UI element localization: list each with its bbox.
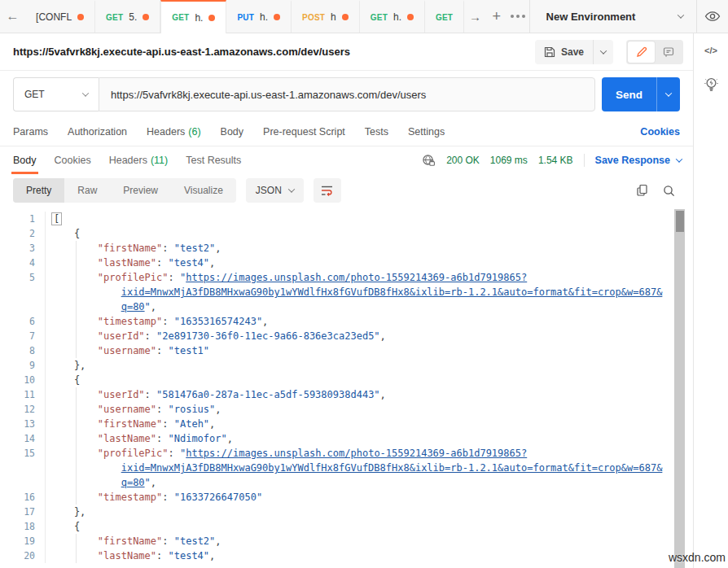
indent-guide xyxy=(76,490,77,505)
tab-params[interactable]: Params xyxy=(13,126,48,138)
save-response-button[interactable]: Save Response xyxy=(595,155,682,166)
view-tab-raw[interactable]: Raw xyxy=(64,178,110,203)
scrollbar-thumb[interactable] xyxy=(676,211,684,232)
response-body-viewer[interactable]: 1[2{3"firstName": "test2",4"lastName": "… xyxy=(0,207,693,568)
back-arrow-icon[interactable]: ← xyxy=(0,0,25,33)
unsaved-dot-icon xyxy=(208,15,215,21)
copy-icon[interactable] xyxy=(636,184,648,197)
code-line: 17}, xyxy=(0,505,693,519)
request-tab[interactable]: PUTh. xyxy=(226,0,292,33)
wrap-lines-button[interactable] xyxy=(314,178,341,203)
add-tab-icon[interactable]: + xyxy=(486,0,507,33)
edit-mode-button[interactable] xyxy=(628,42,655,63)
search-icon[interactable] xyxy=(663,185,675,197)
response-url-link[interactable]: q=80 xyxy=(121,301,145,312)
comment-button[interactable] xyxy=(655,42,682,63)
tab-title: h. xyxy=(393,11,401,23)
send-button[interactable]: Send xyxy=(602,77,656,111)
tab-pre-request-script[interactable]: Pre-request Script xyxy=(263,126,345,138)
pencil-icon xyxy=(636,46,647,58)
view-mode-segmented-control: PrettyRawPreviewVisualize xyxy=(13,178,236,203)
tab-title: h. xyxy=(260,11,268,23)
response-url-link[interactable]: ixid=MnwxMjA3fDB8MHxwaG90by1wYWdlfHx8fGV… xyxy=(121,462,663,474)
view-tab-pretty[interactable]: Pretty xyxy=(13,178,64,203)
request-panel: https://5vafvrk8kj.execute-api.us-east-1… xyxy=(0,33,693,568)
tab-count-badge: (6) xyxy=(188,126,200,138)
code-token-punc: : xyxy=(162,535,173,547)
indent-guide xyxy=(76,417,77,431)
tab-tests[interactable]: Tests xyxy=(365,126,388,138)
unsaved-dot-icon xyxy=(77,14,84,20)
response-url-link[interactable]: q=80 xyxy=(121,477,145,488)
cookies-link[interactable]: Cookies xyxy=(640,126,680,138)
code-token-punc: : xyxy=(156,345,168,356)
tab-authorization[interactable]: Authorization xyxy=(68,126,127,138)
code-token-str: "1635316574243" xyxy=(174,316,262,327)
line-number xyxy=(0,285,46,299)
send-options-button[interactable] xyxy=(656,77,680,111)
code-content: ixid=MnwxMjA3fDB8MHxwaG90by1wYWdlfHx8fGV… xyxy=(46,461,693,475)
response-tab-headers[interactable]: Headers(11) xyxy=(109,146,169,174)
response-tab-body[interactable]: Body xyxy=(13,146,37,174)
code-content: "profilePic": "https://images.unsplash.c… xyxy=(46,446,693,461)
code-content: "timestamp": "1635316574243", xyxy=(46,314,693,329)
code-line: q=80", xyxy=(0,475,693,490)
tab-label: Headers xyxy=(147,126,185,138)
code-token-key: "userId" xyxy=(98,330,145,342)
code-token-key: "userId" xyxy=(98,389,145,400)
request-tab[interactable]: GET xyxy=(425,0,464,33)
code-token-punc: : xyxy=(162,492,173,503)
indent-guide xyxy=(76,241,77,256)
line-number xyxy=(0,299,46,314)
response-view-toolbar: PrettyRawPreviewVisualize JSON xyxy=(0,174,693,207)
line-number: 14 xyxy=(0,431,46,446)
view-tab-preview[interactable]: Preview xyxy=(110,178,171,203)
response-url-link[interactable]: https://images.unsplash.com/photo-155921… xyxy=(186,272,527,283)
lightbulb-icon[interactable] xyxy=(704,76,719,94)
scrollbar[interactable] xyxy=(674,209,685,568)
code-token-punc: , xyxy=(380,389,386,400)
tab-body[interactable]: Body xyxy=(221,126,244,138)
code-token-key: "timestamp" xyxy=(98,492,162,503)
view-tab-visualize[interactable]: Visualize xyxy=(171,178,236,203)
line-number: 20 xyxy=(0,548,46,563)
request-tab[interactable]: POSTh xyxy=(292,0,360,33)
save-options-button[interactable] xyxy=(593,40,613,64)
request-tab[interactable]: GET5. xyxy=(95,0,160,33)
request-tab[interactable]: [CONFL xyxy=(25,0,95,33)
indent-guide xyxy=(76,270,77,285)
code-token-key: "profilePic" xyxy=(98,272,169,283)
response-url-link[interactable]: ixid=MnwxMjA3fDB8MHxwaG90by1wYWdlfHx8fGV… xyxy=(121,286,663,298)
request-tab[interactable]: GETh. xyxy=(160,0,226,33)
tab-method-label: GET xyxy=(371,13,388,22)
unsaved-dot-icon xyxy=(143,14,149,20)
code-token-str: " xyxy=(145,477,151,488)
tab-label: Tests xyxy=(365,126,388,138)
format-select[interactable]: JSON xyxy=(246,178,304,203)
tab-title: h. xyxy=(195,12,203,24)
request-tab[interactable]: GETh. xyxy=(360,0,425,33)
tab-headers[interactable]: Headers(6) xyxy=(147,126,201,138)
code-snippet-icon[interactable]: </> xyxy=(704,46,717,55)
code-token-punc: : xyxy=(169,448,180,459)
line-number: 8 xyxy=(0,343,46,358)
line-number: 9 xyxy=(0,358,46,373)
code-token-punc: : xyxy=(156,257,168,269)
request-url-input[interactable]: https://5vafvrk8kj.execute-api.us-east-1… xyxy=(99,77,595,111)
code-token-punc: : xyxy=(156,433,168,444)
code-content: "firstName": "Ateh", xyxy=(46,417,693,431)
method-select[interactable]: GET xyxy=(13,77,99,111)
code-line: 5"profilePic": "https://images.unsplash.… xyxy=(0,270,693,285)
response-url-link[interactable]: https://images.unsplash.com/photo-155921… xyxy=(186,448,527,459)
tab-settings[interactable]: Settings xyxy=(408,126,445,138)
code-line: 20"lastName": "test4", xyxy=(0,548,693,563)
forward-arrow-icon[interactable]: → xyxy=(464,0,485,33)
more-options-icon[interactable] xyxy=(507,0,528,33)
code-token-punc: { xyxy=(74,374,80,386)
environment-selector[interactable]: New Environment xyxy=(529,0,696,33)
response-tab-cookies[interactable]: Cookies xyxy=(55,146,91,174)
response-tab-test-results[interactable]: Test Results xyxy=(186,146,241,174)
environment-quick-look-button[interactable] xyxy=(696,0,728,33)
code-line: 4"lastName": "test4", xyxy=(0,256,693,270)
save-button[interactable]: Save xyxy=(535,40,593,64)
